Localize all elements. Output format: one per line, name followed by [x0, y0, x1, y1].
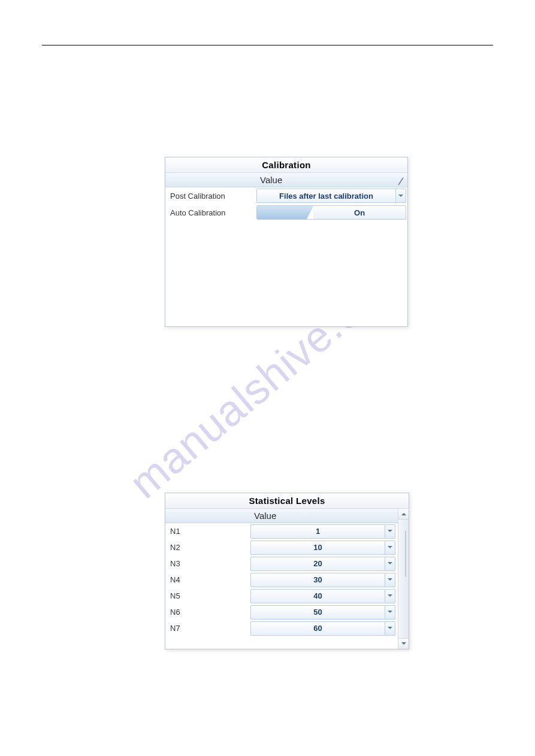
table-row: N4 30 [165, 572, 398, 588]
table-row: N3 20 [165, 555, 398, 572]
table-row: N6 50 [165, 604, 398, 620]
chevron-down-icon[interactable] [385, 573, 395, 587]
row-label: N2 [165, 543, 250, 552]
calibration-body: Post Calibration Files after last calibr… [165, 187, 407, 326]
post-calibration-value: Files after last calibration [256, 189, 395, 203]
n2-dropdown[interactable]: 10 [250, 541, 395, 555]
calibration-header-row: Value [165, 173, 407, 187]
calibration-row-post: Post Calibration Files after last calibr… [165, 187, 407, 204]
post-calibration-dropdown[interactable]: Files after last calibration [256, 189, 406, 203]
sort-ascending-icon [398, 177, 404, 187]
header-divider [42, 45, 493, 45]
row-label: N7 [165, 624, 250, 633]
n1-dropdown[interactable]: 1 [250, 524, 395, 539]
statistical-levels-main: Value N1 1 N2 10 [165, 509, 398, 649]
table-row: N1 1 [165, 523, 398, 539]
table-row: N2 10 [165, 539, 398, 555]
n6-value: 50 [250, 605, 385, 620]
statistical-levels-body: N1 1 N2 10 N3 20 [165, 523, 398, 649]
chevron-down-icon[interactable] [385, 589, 395, 603]
calibration-header-value[interactable]: Value [256, 175, 407, 185]
row-label: N1 [165, 527, 250, 536]
chevron-down-icon[interactable] [385, 524, 395, 539]
calibration-row-auto: Auto Calibration On [165, 204, 407, 221]
n7-dropdown[interactable]: 60 [250, 621, 395, 636]
statistical-levels-title: Statistical Levels [165, 493, 409, 509]
n3-dropdown[interactable]: 20 [250, 557, 395, 571]
chevron-down-icon[interactable] [385, 621, 395, 636]
n4-dropdown[interactable]: 30 [250, 573, 395, 587]
chevron-down-icon[interactable] [395, 189, 406, 203]
statistical-levels-header: Value [165, 509, 398, 523]
n4-value: 30 [250, 573, 385, 587]
calibration-panel-title: Calibration [165, 157, 407, 173]
n7-value: 60 [250, 621, 385, 636]
n3-value: 20 [250, 557, 385, 571]
table-row: N5 40 [165, 588, 398, 604]
row-label: N5 [165, 591, 250, 600]
scrollbar[interactable] [398, 509, 409, 649]
chevron-down-icon[interactable] [385, 605, 395, 620]
toggle-on-label: On [313, 206, 406, 219]
row-label: N6 [165, 608, 250, 617]
table-row: N7 60 [165, 620, 398, 636]
chevron-down-icon[interactable] [385, 557, 395, 571]
auto-calibration-toggle[interactable]: On [256, 205, 406, 220]
scroll-down-icon[interactable] [398, 638, 409, 649]
n5-dropdown[interactable]: 40 [250, 589, 395, 603]
n6-dropdown[interactable]: 50 [250, 605, 395, 620]
calibration-panel: Calibration Value Post Calibration Files… [165, 157, 408, 327]
n5-value: 40 [250, 589, 385, 603]
row-label: N4 [165, 575, 250, 584]
n2-value: 10 [250, 541, 385, 555]
calibration-header-value-label: Value [260, 175, 282, 185]
calibration-row-label: Post Calibration [165, 192, 256, 201]
row-label: N3 [165, 559, 250, 568]
n1-value: 1 [250, 524, 385, 539]
calibration-row-label: Auto Calibration [165, 208, 256, 217]
statistical-header-value[interactable]: Value [250, 511, 398, 521]
statistical-levels-panel: Statistical Levels Value N1 1 N2 10 [165, 493, 409, 649]
scroll-thumb[interactable] [405, 530, 406, 577]
scroll-up-icon[interactable] [398, 509, 409, 520]
chevron-down-icon[interactable] [385, 541, 395, 555]
toggle-off-region [257, 206, 313, 219]
